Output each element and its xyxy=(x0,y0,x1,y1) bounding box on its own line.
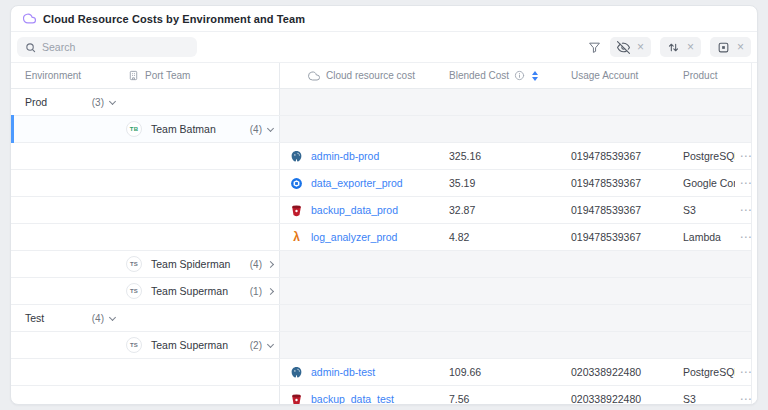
table-row: admin-db-test 109.66 020338922480 Postgr… xyxy=(11,359,757,386)
cloud-costs-widget: Cloud Resource Costs by Environment and … xyxy=(10,5,758,405)
lambda-icon: λ xyxy=(290,230,303,244)
env-group-row-test[interactable]: Test (4) xyxy=(11,305,757,332)
group-toggle[interactable]: (1) xyxy=(250,286,273,297)
team-name: Team Spiderman xyxy=(151,258,250,270)
scrollbar-gutter[interactable] xyxy=(751,63,757,404)
blended-cost-value: 32.87 xyxy=(431,197,559,223)
hide-fields-control: × xyxy=(610,37,651,57)
search-input[interactable] xyxy=(42,41,182,53)
eye-off-icon[interactable] xyxy=(617,41,630,54)
usage-account-value: 020338922480 xyxy=(559,386,671,405)
table-row: data_exporter_prod 35.19 019478539367 Go… xyxy=(11,170,757,197)
chevron-right-icon xyxy=(267,260,274,267)
chevron-right-icon xyxy=(267,287,274,294)
table-header-row: Environment Port Team Cloud resource cos… xyxy=(11,63,757,89)
resource-link[interactable]: data_exporter_prod xyxy=(311,177,403,189)
team-name: Team Batman xyxy=(151,123,250,135)
table-row: backup_data_test 7.56 020338922480 S3 ⋯ xyxy=(11,386,757,405)
page-title: Cloud Resource Costs by Environment and … xyxy=(43,13,305,25)
usage-account-value: 019478539367 xyxy=(559,143,671,169)
product-value: S3 xyxy=(671,386,735,405)
cloud-icon xyxy=(23,12,36,25)
column-header-environment: Environment xyxy=(11,63,121,88)
group-toggle[interactable]: (4) xyxy=(250,124,273,135)
sort-arrows-icon[interactable] xyxy=(667,41,680,54)
blended-cost-value: 325.16 xyxy=(431,143,559,169)
info-icon[interactable] xyxy=(514,70,525,81)
team-avatar: TS xyxy=(126,256,142,272)
product-value: Google Compute Engine xyxy=(671,170,735,196)
column-header-resource: Cloud resource cost xyxy=(279,63,431,88)
usage-account-value: 020338922480 xyxy=(559,359,671,385)
resource-link[interactable]: backup_data_test xyxy=(311,393,394,405)
cloud-column-icon xyxy=(308,70,320,82)
s3-icon xyxy=(290,393,303,406)
column-header-blended-cost: Blended Cost xyxy=(431,63,559,88)
table-row: admin-db-prod 325.16 019478539367 Postgr… xyxy=(11,143,757,170)
product-value: Lambda xyxy=(671,224,735,250)
team-group-row-batman[interactable]: TB Team Batman (4) xyxy=(11,116,757,143)
table-row: backup_data_prod 32.87 019478539367 S3 ⋯ xyxy=(11,197,757,224)
team-name: Team Superman xyxy=(151,285,250,297)
product-value: PostgreSQL xyxy=(671,359,735,385)
filter-funnel-icon[interactable] xyxy=(588,41,601,54)
search-icon xyxy=(25,42,36,53)
team-group-row-superman-test[interactable]: TS Team Superman (2) xyxy=(11,332,757,359)
team-avatar: TB xyxy=(126,121,142,137)
blended-cost-sort-icon[interactable] xyxy=(532,71,538,81)
selected-row-indicator xyxy=(11,115,14,143)
resource-link[interactable]: admin-db-prod xyxy=(311,150,379,162)
postgresql-icon xyxy=(290,150,303,163)
sort-control: × xyxy=(660,37,701,57)
resource-link[interactable]: log_analyzer_prod xyxy=(311,231,397,243)
google-compute-engine-icon xyxy=(290,177,303,190)
column-header-port-team: Port Team xyxy=(121,63,279,88)
group-toggle[interactable]: (3) xyxy=(92,97,115,108)
s3-icon xyxy=(290,204,303,217)
widget-titlebar: Cloud Resource Costs by Environment and … xyxy=(11,6,757,32)
table-body: Prod (3) TB Team Batman (4) admin-db-pro… xyxy=(11,89,757,405)
team-name: Team Superman xyxy=(151,339,250,351)
grouping-icon[interactable] xyxy=(717,41,730,54)
clear-hidden-fields-icon[interactable]: × xyxy=(637,41,644,53)
postgresql-icon xyxy=(290,366,303,379)
env-label: Prod xyxy=(25,96,47,108)
group-toggle[interactable]: (4) xyxy=(92,313,115,324)
chevron-down-icon xyxy=(267,340,274,347)
table-row: λ log_analyzer_prod 4.82 019478539367 La… xyxy=(11,224,757,251)
resource-link[interactable]: backup_data_prod xyxy=(311,204,398,216)
chevron-down-icon xyxy=(267,124,274,131)
blended-cost-value: 35.19 xyxy=(431,170,559,196)
group-control: × xyxy=(710,37,751,57)
clear-sort-icon[interactable]: × xyxy=(687,41,694,53)
group-toggle[interactable]: (2) xyxy=(250,340,273,351)
blended-cost-value: 4.82 xyxy=(431,224,559,250)
team-group-row-superman-prod[interactable]: TS Team Superman (1) xyxy=(11,278,757,305)
team-group-row-spiderman[interactable]: TS Team Spiderman (4) xyxy=(11,251,757,278)
chevron-down-icon xyxy=(109,313,116,320)
usage-account-value: 019478539367 xyxy=(559,224,671,250)
port-team-icon xyxy=(128,70,139,81)
search-input-wrapper[interactable] xyxy=(17,37,197,57)
group-toggle[interactable]: (4) xyxy=(250,259,273,270)
blended-cost-value: 7.56 xyxy=(431,386,559,405)
env-group-row-prod[interactable]: Prod (3) xyxy=(11,89,757,116)
team-avatar: TS xyxy=(126,283,142,299)
team-avatar: TS xyxy=(126,337,142,353)
toolbar-controls: × × × xyxy=(588,37,751,57)
env-label: Test xyxy=(25,312,44,324)
toolbar: × × × xyxy=(11,32,757,63)
chevron-down-icon xyxy=(109,97,116,104)
usage-account-value: 019478539367 xyxy=(559,197,671,223)
column-header-product: Product xyxy=(671,63,735,88)
product-value: PostgreSQL xyxy=(671,143,735,169)
product-value: S3 xyxy=(671,197,735,223)
resource-link[interactable]: admin-db-test xyxy=(311,366,375,378)
clear-grouping-icon[interactable]: × xyxy=(737,41,744,53)
column-header-usage-account: Usage Account xyxy=(559,63,671,88)
usage-account-value: 019478539367 xyxy=(559,170,671,196)
blended-cost-value: 109.66 xyxy=(431,359,559,385)
